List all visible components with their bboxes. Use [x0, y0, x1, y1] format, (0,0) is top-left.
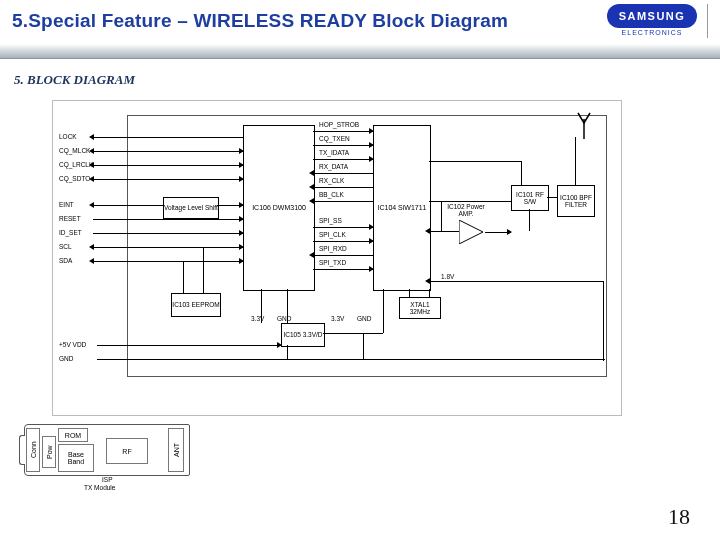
- label-3v3-l: 3.3V: [251, 315, 264, 322]
- txmod-rf: RF: [106, 438, 148, 464]
- pin-cq-mlck: CQ_MLCK: [59, 147, 90, 154]
- txmod-caption: TX Module: [84, 484, 115, 491]
- tx-module-diagram: Conn Pow ROM Base Band RF ANT ISP TX Mod…: [24, 424, 200, 490]
- label-gnd-l: GND: [277, 315, 291, 322]
- bus-spi-txd: SPI_TXD: [319, 259, 346, 266]
- svg-marker-0: [459, 220, 483, 244]
- block-diagram: LOCK CQ_MLCK CQ_LRCLK CQ_SDTO EINT RESET…: [52, 100, 622, 416]
- txmod-conn: Conn: [26, 428, 40, 472]
- samsung-oval: SAMSUNG: [607, 4, 697, 28]
- block-ic101: IC101 RF S/W: [511, 185, 549, 211]
- bus-bb-clk: BB_CLK: [319, 191, 344, 198]
- txmod-ant: ANT: [168, 428, 184, 472]
- block-ic104: IC104 SiW1711: [373, 125, 431, 291]
- bus-rx-clk: RX_CLK: [319, 177, 344, 184]
- section-label: 5. BLOCK DIAGRAM: [14, 72, 135, 88]
- bus-cq-txen: CQ_TXEN: [319, 135, 350, 142]
- pin-cq-sdto: CQ_SDTO: [59, 175, 90, 182]
- samsung-sub: ELECTRONICS: [622, 29, 683, 36]
- label-3v3-r: 3.3V: [331, 315, 344, 322]
- page-number: 18: [668, 504, 690, 530]
- antenna-icon: [577, 111, 591, 143]
- txmod-rom: ROM: [58, 428, 88, 442]
- label-gnd-r: GND: [357, 315, 371, 322]
- block-ic103: IC103 EEPROM: [171, 293, 221, 317]
- bus-tx-idata: TX_IDATA: [319, 149, 349, 156]
- txmod-pow: Pow: [42, 436, 56, 468]
- bus-spi-ss: SPI_SS: [319, 217, 342, 224]
- bus-spi-rxd: SPI_RXD: [319, 245, 347, 252]
- block-ic100: IC100 BPF FILTER: [557, 185, 595, 217]
- txmod-baseband: Base Band: [58, 444, 94, 472]
- block-ic105: IC105 3.3V/D: [281, 323, 325, 347]
- bus-rx-data: RX_DATA: [319, 163, 348, 170]
- block-ic102-label: IC102 Power AMP.: [445, 203, 487, 217]
- pin-reset: RESET: [59, 215, 81, 222]
- title-rule: [0, 44, 720, 58]
- txmod-isp: ISP: [102, 476, 112, 483]
- bus-hop-strob: HOP_STROB: [319, 121, 359, 128]
- slide-title: 5.Special Feature – WIRELESS READY Block…: [12, 10, 508, 32]
- brand-logo: SAMSUNG ELECTRONICS: [607, 4, 712, 38]
- pin-eint: EINT: [59, 201, 74, 208]
- amp-triangle-icon: [459, 220, 485, 244]
- pin-scl: SCL: [59, 243, 72, 250]
- block-xtal: XTAL1 32MHz: [399, 297, 441, 319]
- pin-sda: SDA: [59, 257, 72, 264]
- pin-id-set: ID_SET: [59, 229, 82, 236]
- block-voltage-level-shift: Voltage Level Shift: [163, 197, 219, 219]
- block-ic106: IC106 DWM3100: [243, 125, 315, 291]
- pin-lock: LOCK: [59, 133, 77, 140]
- pin-vdd: +5V VDD: [59, 341, 86, 348]
- bus-spi-clk: SPI_CLK: [319, 231, 346, 238]
- label-1v8: 1.8V: [441, 273, 454, 280]
- pin-gnd: GND: [59, 355, 73, 362]
